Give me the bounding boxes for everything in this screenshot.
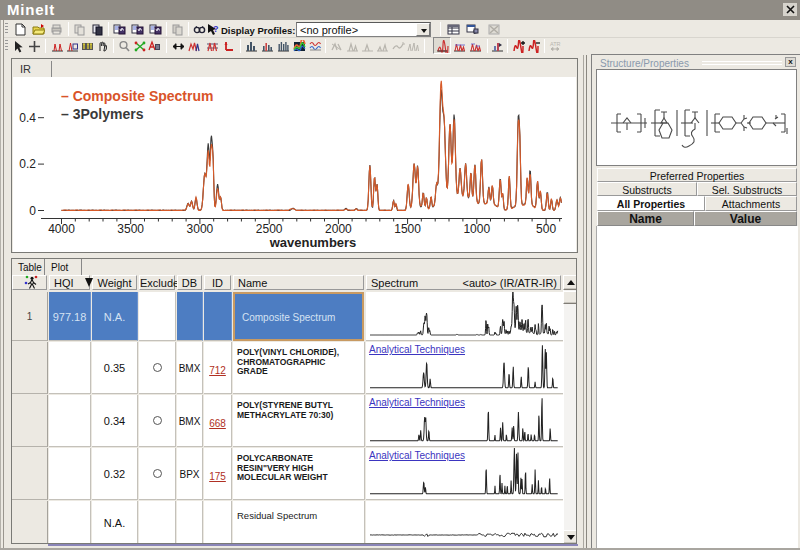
svg-text:1500: 1500 bbox=[394, 222, 421, 236]
svg-text:wavenumbers: wavenumbers bbox=[269, 235, 357, 250]
svg-text:ATR: ATR bbox=[550, 41, 561, 47]
svg-text:2000: 2000 bbox=[325, 222, 352, 236]
svg-text:4000: 4000 bbox=[48, 222, 75, 236]
svg-text:2500: 2500 bbox=[256, 222, 283, 236]
svg-text:3500: 3500 bbox=[117, 222, 144, 236]
svg-text:0.4: 0.4 bbox=[19, 111, 36, 125]
svg-text:3000: 3000 bbox=[187, 222, 214, 236]
svg-text:?: ? bbox=[213, 24, 219, 34]
svg-text:1000: 1000 bbox=[463, 222, 490, 236]
svg-text:0.2: 0.2 bbox=[19, 157, 36, 171]
svg-text:0: 0 bbox=[29, 204, 36, 218]
svg-text:500: 500 bbox=[536, 222, 556, 236]
